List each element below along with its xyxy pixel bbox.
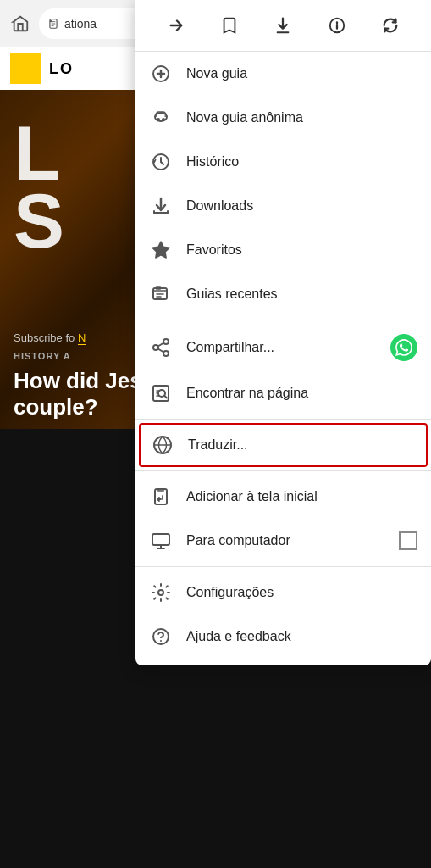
svg-rect-17	[152, 534, 169, 545]
translate-icon	[151, 433, 174, 457]
divider-1	[135, 320, 431, 320]
divider-4	[135, 566, 431, 567]
menu-item-historico[interactable]: Histórico	[135, 140, 431, 184]
svg-point-11	[163, 339, 169, 344]
svg-point-13	[163, 351, 169, 356]
menu-label-ajuda: Ajuda e feedback	[186, 629, 417, 644]
menu-label-configuracoes: Configurações	[186, 585, 417, 600]
menu-item-nova-anonima[interactable]: Nova guia anônima	[135, 96, 431, 140]
menu-label-traduzir: Traduzir...	[188, 437, 416, 453]
svg-point-20	[160, 640, 162, 642]
favorites-icon	[149, 238, 173, 262]
desktop-icon	[149, 529, 173, 553]
menu-toolbar	[135, 0, 431, 52]
bookmark-button[interactable]	[214, 10, 245, 41]
svg-point-7	[162, 118, 165, 121]
menu-item-tela-inicial[interactable]: Adicionar à tela inicial	[135, 475, 431, 519]
menu-label-nova-guia: Nova guia	[186, 66, 417, 81]
menu-item-configuracoes[interactable]: Configurações	[135, 570, 431, 615]
history-icon	[149, 150, 173, 174]
share-icon	[149, 336, 173, 359]
add-home-icon	[149, 485, 173, 509]
find-icon	[149, 381, 173, 405]
new-tab-icon	[149, 62, 173, 86]
recent-tabs-icon	[149, 282, 173, 306]
menu-label-computador: Para computador	[186, 533, 385, 548]
menu-label-favoritos: Favoritos	[186, 242, 417, 258]
menu-label-historico: Histórico	[186, 154, 417, 170]
menu-label-downloads: Downloads	[186, 198, 417, 214]
menu-label-nova-anonima: Nova guia anônima	[186, 110, 417, 125]
svg-point-18	[158, 590, 163, 595]
help-icon	[149, 625, 173, 648]
menu-item-encontrar[interactable]: Encontrar na página	[135, 371, 431, 415]
menu-label-compartilhar: Compartilhar...	[186, 340, 377, 355]
settings-icon	[149, 581, 173, 604]
svg-point-12	[153, 345, 158, 350]
menu-label-encontrar: Encontrar na página	[186, 386, 417, 401]
menu-item-nova-guia[interactable]: Nova guia	[135, 52, 431, 96]
incognito-icon	[149, 106, 173, 130]
divider-3	[135, 470, 431, 471]
menu-item-guias-recentes[interactable]: Guias recentes	[135, 272, 431, 316]
refresh-button[interactable]	[375, 10, 406, 41]
svg-point-6	[157, 118, 160, 121]
menu-item-compartilhar[interactable]: Compartilhar...	[135, 324, 431, 371]
divider-2	[135, 419, 431, 420]
forward-button[interactable]	[161, 10, 191, 41]
downloads-icon	[149, 194, 173, 218]
menu-item-downloads[interactable]: Downloads	[135, 184, 431, 228]
menu-item-computador[interactable]: Para computador	[135, 519, 431, 563]
whatsapp-badge	[390, 334, 417, 361]
download-page-button[interactable]	[268, 10, 298, 41]
svg-rect-14	[153, 386, 169, 401]
browser-menu: Nova guia Nova guia anônima	[135, 0, 431, 665]
menu-label-tela-inicial: Adicionar à tela inicial	[186, 489, 417, 504]
desktop-checkbox[interactable]	[399, 531, 417, 550]
menu-item-traduzir[interactable]: Traduzir...	[139, 423, 428, 467]
dropdown-overlay: Nova guia Nova guia anônima	[0, 0, 431, 868]
menu-item-ajuda[interactable]: Ajuda e feedback	[135, 615, 431, 659]
info-button[interactable]	[322, 10, 352, 41]
menu-item-favoritos[interactable]: Favoritos	[135, 228, 431, 272]
menu-label-guias-recentes: Guias recentes	[186, 287, 417, 302]
